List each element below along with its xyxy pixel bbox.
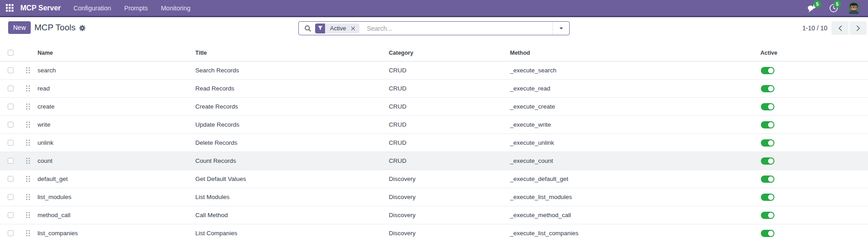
- search-dropdown-toggle[interactable]: [552, 22, 569, 35]
- column-header-active[interactable]: Active: [760, 50, 868, 56]
- search-icon: [304, 25, 311, 32]
- table-row[interactable]: read Read Records CRUD _execute_read: [0, 80, 868, 98]
- row-checkbox[interactable]: [8, 176, 14, 182]
- cell-title: Call Method: [195, 212, 389, 218]
- cell-title: Count Records: [195, 157, 389, 164]
- cell-category: Discovery: [389, 176, 510, 182]
- drag-handle-icon[interactable]: [21, 104, 35, 109]
- table-row[interactable]: count Count Records CRUD _execute_count: [0, 152, 868, 170]
- row-checkbox[interactable]: [8, 212, 14, 218]
- search-bar[interactable]: Active Search...: [298, 21, 570, 35]
- filter-chip-label: Active: [330, 25, 346, 32]
- pager-range: 1-10 / 10: [802, 24, 827, 32]
- table-row[interactable]: unlink Delete Records CRUD _execute_unli…: [0, 134, 868, 152]
- cell-name: unlink: [35, 139, 195, 146]
- menu-configuration[interactable]: Configuration: [74, 5, 111, 12]
- row-checkbox[interactable]: [8, 230, 14, 236]
- table-row[interactable]: default_get Get Default Values Discovery…: [0, 170, 868, 188]
- table-row[interactable]: method_call Call Method Discovery _execu…: [0, 206, 868, 224]
- list-view: Name Title Category Method Active search…: [0, 44, 868, 242]
- drag-handle-icon[interactable]: [21, 230, 35, 236]
- column-header-title[interactable]: Title: [195, 50, 389, 56]
- cell-name: write: [35, 121, 195, 128]
- cell-method: _execute_create: [510, 103, 760, 110]
- cell-category: Discovery: [389, 194, 510, 200]
- column-header-category[interactable]: Category: [389, 50, 510, 56]
- table-row[interactable]: list_companies List Companies Discovery …: [0, 224, 868, 242]
- active-toggle[interactable]: [761, 139, 774, 147]
- drag-handle-icon[interactable]: [21, 176, 35, 182]
- cell-name: search: [35, 67, 195, 74]
- new-button[interactable]: New: [8, 21, 31, 34]
- menu-prompts[interactable]: Prompts: [124, 5, 148, 12]
- row-checkbox[interactable]: [8, 104, 14, 109]
- cell-category: CRUD: [389, 85, 510, 92]
- cell-title: Search Records: [195, 67, 389, 74]
- cell-name: create: [35, 103, 195, 110]
- cell-category: Discovery: [389, 230, 510, 237]
- active-toggle[interactable]: [761, 85, 774, 92]
- cell-title: List Modules: [195, 194, 389, 200]
- row-checkbox[interactable]: [8, 67, 14, 73]
- filter-chip-active[interactable]: Active: [315, 24, 359, 33]
- row-checkbox[interactable]: [8, 122, 14, 128]
- filter-chip-close-icon[interactable]: [351, 26, 355, 31]
- cell-method: _execute_list_modules: [510, 194, 760, 200]
- column-header-method[interactable]: Method: [510, 50, 760, 56]
- cell-category: CRUD: [389, 121, 510, 128]
- activities-icon[interactable]: 5: [829, 4, 838, 13]
- cell-method: _execute_list_companies: [510, 230, 760, 237]
- table-row[interactable]: list_modules List Modules Discovery _exe…: [0, 188, 868, 206]
- search-input[interactable]: Search...: [367, 25, 552, 32]
- active-toggle[interactable]: [761, 176, 774, 183]
- active-toggle[interactable]: [761, 212, 774, 219]
- cell-method: _execute_default_get: [510, 176, 760, 182]
- cell-title: Get Default Values: [195, 176, 389, 182]
- row-checkbox[interactable]: [8, 140, 14, 146]
- cell-category: Discovery: [389, 212, 510, 218]
- drag-handle-icon[interactable]: [21, 122, 35, 128]
- row-checkbox[interactable]: [8, 85, 14, 91]
- table-body: search Search Records CRUD _execute_sear…: [0, 62, 868, 242]
- active-toggle[interactable]: [761, 67, 774, 74]
- menu-monitoring[interactable]: Monitoring: [161, 5, 190, 12]
- table-header-row: Name Title Category Method Active: [0, 44, 868, 62]
- pager-previous-button[interactable]: [831, 21, 849, 35]
- drag-handle-icon[interactable]: [21, 194, 35, 200]
- user-avatar[interactable]: [848, 2, 860, 14]
- page-title: MCP Tools: [34, 21, 75, 34]
- gear-icon[interactable]: [79, 25, 85, 31]
- active-toggle[interactable]: [761, 194, 774, 201]
- table-row[interactable]: create Create Records CRUD _execute_crea…: [0, 98, 868, 116]
- cell-method: _execute_count: [510, 157, 760, 164]
- select-all-checkbox[interactable]: [8, 50, 14, 56]
- drag-handle-icon[interactable]: [21, 212, 35, 218]
- messages-icon[interactable]: 5: [807, 4, 816, 13]
- pager-next-button[interactable]: [849, 21, 867, 35]
- activities-badge: 5: [834, 0, 841, 8]
- table-row[interactable]: search Search Records CRUD _execute_sear…: [0, 62, 868, 80]
- row-checkbox[interactable]: [8, 194, 14, 200]
- active-toggle[interactable]: [761, 157, 774, 165]
- drag-handle-icon[interactable]: [21, 158, 35, 164]
- table-row[interactable]: write Update Records CRUD _execute_write: [0, 116, 868, 134]
- cell-method: _execute_search: [510, 67, 760, 74]
- cell-category: CRUD: [389, 67, 510, 74]
- cell-name: list_companies: [35, 230, 195, 237]
- drag-handle-icon[interactable]: [21, 67, 35, 73]
- cell-name: method_call: [35, 212, 195, 218]
- active-toggle[interactable]: [761, 230, 774, 237]
- row-checkbox[interactable]: [8, 158, 14, 164]
- apps-grid-icon[interactable]: [6, 4, 14, 12]
- active-toggle[interactable]: [761, 103, 774, 110]
- control-panel: New MCP Tools: [0, 17, 868, 44]
- cell-title: Delete Records: [195, 139, 389, 146]
- cell-title: Create Records: [195, 103, 389, 110]
- drag-handle-icon[interactable]: [21, 140, 35, 146]
- column-header-name[interactable]: Name: [35, 50, 195, 56]
- cell-title: List Companies: [195, 230, 389, 237]
- drag-handle-icon[interactable]: [21, 85, 35, 91]
- active-toggle[interactable]: [761, 121, 774, 128]
- messages-badge: 5: [814, 0, 821, 8]
- app-brand[interactable]: MCP Server: [20, 4, 61, 12]
